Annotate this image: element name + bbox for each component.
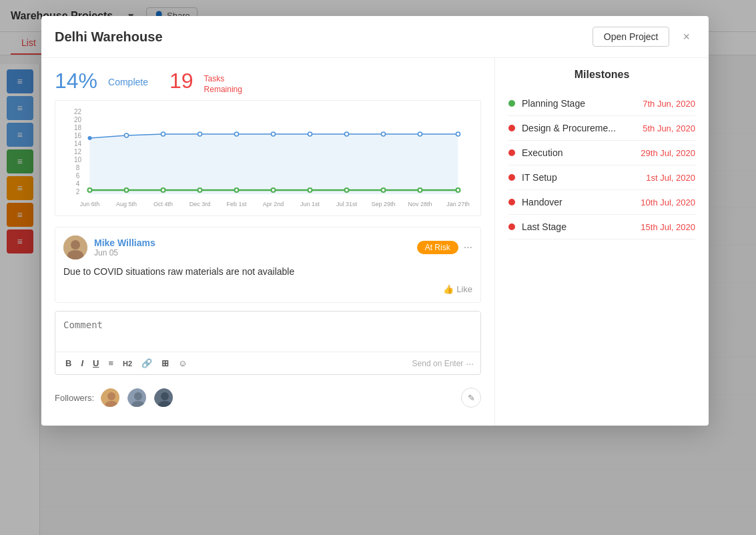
- like-button[interactable]: 👍 Like: [443, 284, 472, 294]
- underline-button[interactable]: U: [89, 356, 102, 370]
- table-button[interactable]: ⊞: [158, 356, 172, 370]
- svg-point-31: [382, 188, 386, 192]
- modal-header: Delhi Warehouse Open Project ×: [41, 16, 709, 58]
- svg-text:Dec 3rd: Dec 3rd: [190, 201, 211, 207]
- list-button[interactable]: ≡: [105, 356, 117, 370]
- complete-label: Complete: [108, 77, 148, 87]
- svg-point-20: [382, 132, 386, 136]
- milestone-dot-3: [508, 149, 515, 156]
- svg-point-33: [456, 188, 460, 192]
- milestone-item-1: Planning Stage 7th Jun, 2020: [508, 91, 695, 116]
- burndown-chart: 22 20 18 16 14 12 10 8 6 4 2: [55, 100, 481, 216]
- svg-point-21: [418, 132, 422, 136]
- milestone-dot-1: [508, 100, 515, 107]
- edit-followers-button[interactable]: ✎: [461, 388, 481, 408]
- svg-text:Apr 2nd: Apr 2nd: [263, 201, 284, 207]
- comment-menu-dots[interactable]: ···: [464, 241, 472, 253]
- follower-avatar-2: [126, 387, 147, 408]
- edit-icon: ✎: [468, 393, 475, 403]
- milestone-item-2: Design & Procureme... 5th Jun, 2020: [508, 116, 695, 141]
- svg-point-15: [198, 132, 202, 136]
- svg-text:16: 16: [74, 132, 82, 139]
- project-modal: Delhi Warehouse Open Project × 14% Compl…: [41, 16, 709, 426]
- send-on-enter-label: Send on Enter: [412, 359, 464, 368]
- milestone-date-5: 10th Jul, 2020: [641, 197, 695, 207]
- follower-avatar-img-1: [101, 388, 121, 408]
- modal-title: Delhi Warehouse: [55, 29, 593, 45]
- svg-point-49: [107, 392, 115, 400]
- svg-text:4: 4: [76, 180, 80, 187]
- milestone-dot-4: [508, 174, 515, 181]
- svg-text:Sep 29th: Sep 29th: [371, 201, 395, 207]
- svg-text:Feb 1st: Feb 1st: [226, 201, 247, 207]
- left-panel: 14% Complete 19 Tasks Remaining 22 20 18…: [41, 58, 495, 426]
- svg-point-12: [88, 136, 92, 140]
- svg-point-23: [88, 188, 92, 192]
- comment-item: Mike Williams Jun 05 At Risk ··· Due to …: [55, 227, 481, 303]
- milestone-name-3: Execution: [522, 147, 641, 158]
- comment-toolbar: B I U ≡ H2 🔗 ⊞ ☺ Send on Enter ···: [55, 352, 480, 374]
- open-project-button[interactable]: Open Project: [593, 27, 670, 47]
- link-button[interactable]: 🔗: [138, 356, 155, 370]
- comment-section: Mike Williams Jun 05 At Risk ··· Due to …: [55, 227, 481, 415]
- svg-point-16: [235, 132, 239, 136]
- svg-text:Jul 31st: Jul 31st: [336, 201, 358, 207]
- svg-point-27: [235, 188, 239, 192]
- svg-point-55: [161, 392, 169, 400]
- milestone-dot-5: [508, 199, 515, 205]
- milestone-dot-6: [508, 223, 515, 230]
- svg-marker-11: [90, 134, 458, 194]
- tasks-count: 19: [169, 69, 194, 93]
- svg-text:Aug 5th: Aug 5th: [116, 201, 137, 207]
- comment-author-name: Mike Williams: [94, 237, 155, 248]
- comment-text: Due to COVID situations raw materials ar…: [63, 265, 472, 279]
- followers-row: Followers:: [55, 380, 481, 415]
- svg-text:14: 14: [74, 140, 82, 147]
- follower-avatar-3: [153, 387, 174, 408]
- svg-point-13: [125, 133, 129, 137]
- milestone-date-1: 7th Jun, 2020: [643, 99, 695, 109]
- svg-text:Oct 4th: Oct 4th: [153, 201, 173, 207]
- milestone-name-1: Planning Stage: [522, 98, 643, 109]
- svg-point-22: [456, 132, 460, 136]
- svg-text:Nov 28th: Nov 28th: [408, 201, 432, 207]
- milestone-name-4: IT Setup: [522, 172, 646, 183]
- svg-text:Jan 27th: Jan 27th: [446, 201, 470, 207]
- modal-body: 14% Complete 19 Tasks Remaining 22 20 18…: [41, 58, 709, 426]
- chart-svg: 22 20 18 16 14 12 10 8 6 4 2: [55, 106, 480, 213]
- emoji-button[interactable]: ☺: [175, 356, 190, 370]
- comment-actions: 👍 Like: [63, 284, 472, 294]
- avatar-image: [63, 235, 87, 259]
- svg-point-46: [71, 240, 80, 249]
- comment-input-area: B I U ≡ H2 🔗 ⊞ ☺ Send on Enter ···: [55, 311, 481, 375]
- milestone-item-6: Last Stage 15th Jul, 2020: [508, 215, 695, 239]
- comment-header: Mike Williams Jun 05 At Risk ···: [63, 235, 472, 259]
- svg-text:8: 8: [76, 164, 80, 171]
- comment-input[interactable]: [55, 312, 480, 349]
- milestone-name-2: Design & Procureme...: [522, 123, 643, 133]
- milestone-date-4: 1st Jul, 2020: [646, 173, 695, 183]
- follower-avatar-img-2: [127, 388, 147, 408]
- milestone-date-2: 5th Jun, 2020: [643, 123, 695, 133]
- milestone-item-4: IT Setup 1st Jul, 2020: [508, 165, 695, 190]
- at-risk-badge: At Risk: [417, 241, 458, 254]
- thumbs-up-icon: 👍: [443, 284, 454, 294]
- italic-button[interactable]: I: [77, 356, 87, 370]
- svg-point-18: [308, 132, 312, 136]
- svg-text:Jun 1st: Jun 1st: [300, 201, 320, 207]
- svg-point-32: [418, 188, 422, 192]
- svg-point-30: [345, 188, 349, 192]
- tasks-remaining-label: Tasks Remaining: [204, 74, 242, 95]
- svg-point-17: [272, 132, 276, 136]
- close-modal-button[interactable]: ×: [677, 27, 695, 47]
- heading-button[interactable]: H2: [119, 358, 135, 370]
- milestone-date-6: 15th Jul, 2020: [641, 222, 695, 232]
- milestone-date-3: 29th Jul, 2020: [641, 148, 695, 158]
- follower-avatar-img-3: [154, 388, 174, 408]
- svg-text:20: 20: [74, 116, 82, 123]
- toolbar-more-button[interactable]: ···: [466, 358, 474, 369]
- stats-row: 14% Complete 19 Tasks Remaining: [55, 69, 481, 95]
- bold-button[interactable]: B: [62, 356, 75, 370]
- svg-point-19: [345, 132, 349, 136]
- svg-point-26: [198, 188, 202, 192]
